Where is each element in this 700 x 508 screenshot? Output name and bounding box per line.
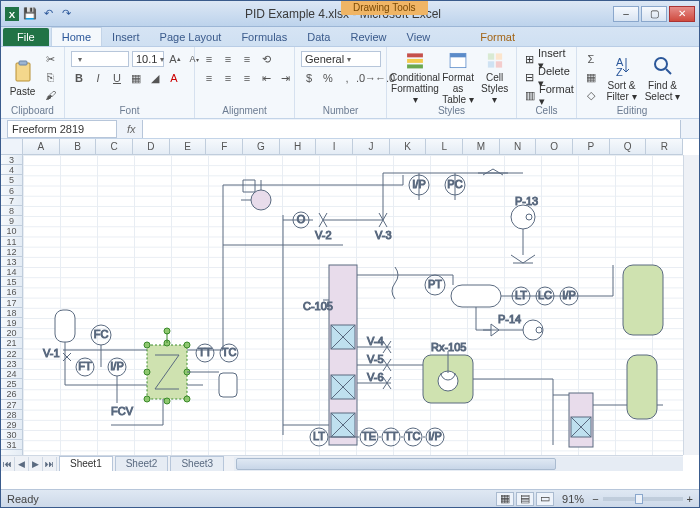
col-header[interactable]: B xyxy=(60,139,97,154)
sheet-tab-1[interactable]: Sheet1 xyxy=(59,456,113,471)
row-header[interactable]: 29 xyxy=(1,420,22,430)
format-cells-button[interactable]: ▥Format ▾ xyxy=(523,87,576,103)
fill-color-button[interactable]: ◢ xyxy=(147,70,163,86)
row-header[interactable]: 21 xyxy=(1,338,22,348)
row-header[interactable]: 22 xyxy=(1,349,22,359)
maximize-button[interactable]: ▢ xyxy=(641,6,667,22)
tab-home[interactable]: Home xyxy=(51,27,102,46)
formula-input[interactable] xyxy=(142,120,681,138)
col-header[interactable]: G xyxy=(243,139,280,154)
tab-review[interactable]: Review xyxy=(340,28,396,46)
row-header[interactable]: 5 xyxy=(1,175,22,185)
col-header[interactable]: K xyxy=(390,139,427,154)
col-header[interactable]: R xyxy=(646,139,683,154)
row-header[interactable]: 16 xyxy=(1,287,22,297)
row-header[interactable]: 18 xyxy=(1,308,22,318)
row-header[interactable]: 13 xyxy=(1,257,22,267)
row-header[interactable]: 11 xyxy=(1,237,22,247)
select-all-corner[interactable] xyxy=(1,139,23,155)
column-headers[interactable]: ABCDEFGHIJKLMNOPQR xyxy=(23,139,683,155)
col-header[interactable]: M xyxy=(463,139,500,154)
bold-button[interactable]: B xyxy=(71,70,87,86)
autosum-icon[interactable]: Σ xyxy=(583,51,599,67)
row-header[interactable]: 12 xyxy=(1,247,22,257)
col-header[interactable]: N xyxy=(500,139,537,154)
row-header[interactable]: 8 xyxy=(1,206,22,216)
row-header[interactable]: 23 xyxy=(1,359,22,369)
save-icon[interactable]: 💾 xyxy=(23,7,37,21)
font-color-button[interactable]: A xyxy=(166,70,182,86)
row-header[interactable]: 3 xyxy=(1,155,22,165)
format-as-table-button[interactable]: Format as Table ▾ xyxy=(441,51,475,105)
col-header[interactable]: C xyxy=(96,139,133,154)
fx-label[interactable]: fx xyxy=(127,123,136,135)
orientation-icon[interactable]: ⟲ xyxy=(258,51,274,67)
col-header[interactable]: H xyxy=(280,139,317,154)
horizontal-scrollbar[interactable] xyxy=(234,457,683,471)
border-button[interactable]: ▦ xyxy=(128,70,144,86)
align-bottom-icon[interactable]: ≡ xyxy=(239,51,255,67)
row-headers[interactable]: 3456789101112131415161718192021222324252… xyxy=(1,155,23,455)
col-header[interactable]: O xyxy=(536,139,573,154)
row-header[interactable]: 20 xyxy=(1,328,22,338)
sheet-tab-2[interactable]: Sheet2 xyxy=(115,456,169,471)
row-header[interactable]: 24 xyxy=(1,369,22,379)
row-header[interactable]: 14 xyxy=(1,267,22,277)
view-layout-icon[interactable]: ▤ xyxy=(516,492,534,506)
row-header[interactable]: 6 xyxy=(1,186,22,196)
row-header[interactable]: 7 xyxy=(1,196,22,206)
paste-button[interactable]: Paste xyxy=(7,51,38,105)
row-header[interactable]: 19 xyxy=(1,318,22,328)
row-header[interactable]: 25 xyxy=(1,379,22,389)
cell-grid[interactable]: O V-2 V-3 I/P PC P-13 xyxy=(23,155,683,455)
col-header[interactable]: A xyxy=(23,139,60,154)
italic-button[interactable]: I xyxy=(90,70,106,86)
col-header[interactable]: E xyxy=(170,139,207,154)
row-header[interactable]: 9 xyxy=(1,216,22,226)
tab-insert[interactable]: Insert xyxy=(102,28,150,46)
tab-view[interactable]: View xyxy=(397,28,441,46)
name-box[interactable]: Freeform 2819 xyxy=(7,120,117,138)
indent-inc-icon[interactable]: ⇥ xyxy=(277,70,293,86)
dec-inc-icon[interactable]: .0→ xyxy=(358,70,374,86)
row-header[interactable]: 27 xyxy=(1,400,22,410)
tab-page-layout[interactable]: Page Layout xyxy=(150,28,232,46)
copy-icon[interactable]: ⎘ xyxy=(42,69,58,85)
tab-nav-last[interactable]: ⏭ xyxy=(43,457,57,471)
conditional-formatting-button[interactable]: Conditional Formatting ▾ xyxy=(393,51,437,105)
tab-nav-first[interactable]: ⏮ xyxy=(1,457,15,471)
grow-font-icon[interactable]: A▴ xyxy=(167,51,183,67)
row-header[interactable]: 4 xyxy=(1,165,22,175)
col-header[interactable]: L xyxy=(426,139,463,154)
col-header[interactable]: Q xyxy=(610,139,647,154)
comma-icon[interactable]: , xyxy=(339,70,355,86)
vertical-scrollbar[interactable] xyxy=(683,155,699,455)
view-normal-icon[interactable]: ▦ xyxy=(496,492,514,506)
zoom-in-button[interactable]: + xyxy=(687,493,693,505)
align-left-icon[interactable]: ≡ xyxy=(201,70,217,86)
align-middle-icon[interactable]: ≡ xyxy=(220,51,236,67)
tab-format[interactable]: Format xyxy=(470,28,525,46)
fill-icon[interactable]: ▦ xyxy=(583,69,599,85)
file-tab[interactable]: File xyxy=(3,28,49,46)
zoom-value[interactable]: 91% xyxy=(562,493,584,505)
cut-icon[interactable]: ✂ xyxy=(42,51,58,67)
zoom-out-button[interactable]: − xyxy=(592,493,598,505)
indent-dec-icon[interactable]: ⇤ xyxy=(258,70,274,86)
row-header[interactable]: 15 xyxy=(1,277,22,287)
row-header[interactable]: 28 xyxy=(1,410,22,420)
align-center-icon[interactable]: ≡ xyxy=(220,70,236,86)
redo-icon[interactable]: ↷ xyxy=(59,7,73,21)
percent-icon[interactable]: % xyxy=(320,70,336,86)
row-header[interactable]: 17 xyxy=(1,298,22,308)
col-header[interactable]: I xyxy=(316,139,353,154)
clear-icon[interactable]: ◇ xyxy=(583,87,599,103)
close-button[interactable]: ✕ xyxy=(669,6,695,22)
tab-data[interactable]: Data xyxy=(297,28,340,46)
tab-nav-prev[interactable]: ◀ xyxy=(15,457,29,471)
sort-filter-button[interactable]: AZ Sort & Filter ▾ xyxy=(603,51,640,105)
align-top-icon[interactable]: ≡ xyxy=(201,51,217,67)
row-header[interactable]: 26 xyxy=(1,389,22,399)
col-header[interactable]: F xyxy=(206,139,243,154)
row-header[interactable]: 30 xyxy=(1,430,22,440)
